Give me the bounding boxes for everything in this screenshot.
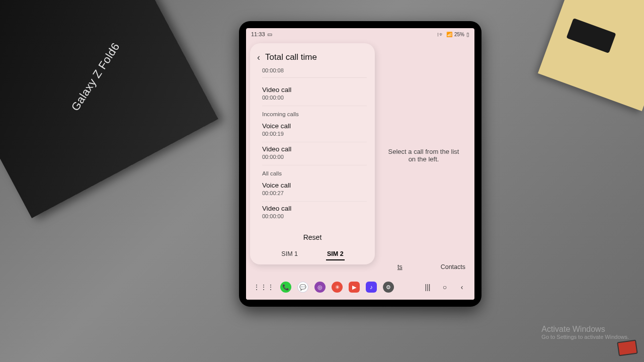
battery-icon: ▯ — [466, 32, 469, 37]
status-time: 11:33 — [251, 31, 265, 37]
last-call-duration: 00:00:08 — [262, 67, 367, 78]
item-label: Voice call — [262, 122, 367, 130]
all-voice-item[interactable]: Voice call 00:00:27 — [262, 178, 367, 202]
recents-nav-icon[interactable]: ||| — [422, 283, 433, 291]
all-video-item[interactable]: Video call 00:00:00 — [262, 202, 367, 224]
item-value: 00:00:27 — [262, 190, 367, 196]
wifi-icon: ⋮ᯤ — [437, 32, 444, 37]
status-battery: 25% — [454, 32, 464, 37]
sim-tabs: SIM 1 SIM 2 — [250, 247, 375, 264]
outgoing-video-item[interactable]: Video call 00:00:00 — [262, 83, 367, 106]
home-nav-icon[interactable]: ○ — [439, 283, 450, 291]
device-screen: 11:33 ▭ ⋮ᯤ 📶 25% ▯ Select a call from th… — [246, 28, 474, 300]
status-bar: 11:33 ▭ ⋮ᯤ 📶 25% ▯ — [246, 28, 474, 40]
section-all: All calls — [262, 165, 367, 178]
sim2-tab[interactable]: SIM 2 — [327, 250, 344, 257]
panel-scroll[interactable]: 00:00:08 Video call 00:00:00 Incoming ca… — [250, 66, 375, 226]
product-box-prop — [0, 0, 218, 218]
item-value: 00:00:00 — [262, 95, 367, 101]
phone-app-icon[interactable]: 📞 — [280, 282, 291, 293]
detail-pane: Select a call from the list on the left. — [373, 40, 474, 270]
tab-recents-peek[interactable]: ts — [397, 263, 403, 270]
life-app-icon[interactable]: ✳ — [332, 282, 343, 293]
reset-button[interactable]: Reset — [250, 226, 375, 247]
item-value: 00:00:19 — [262, 131, 367, 137]
signal-icon: 📶 — [446, 32, 452, 37]
calendar-icon: ▭ — [267, 31, 272, 38]
tab-contacts[interactable]: Contacts — [441, 263, 465, 270]
music-app-icon[interactable]: ♪ — [366, 282, 377, 293]
taskbar: ⋮⋮⋮ 📞 💬 ◎ ✳ ▶ ♪ ⚙ ||| ○ ‹ — [246, 275, 474, 300]
item-label: Video call — [262, 86, 367, 94]
call-time-panel: ‹ Total call time 00:00:08 Video call 00… — [250, 43, 375, 264]
settings-app-icon[interactable]: ⚙ — [383, 282, 394, 293]
back-icon[interactable]: ‹ — [257, 53, 260, 62]
item-label: Voice call — [262, 182, 367, 189]
panel-title: Total call time — [265, 52, 317, 62]
item-label: Video call — [262, 145, 367, 153]
apps-grid-icon[interactable]: ⋮⋮⋮ — [253, 283, 274, 291]
item-value: 00:00:00 — [262, 213, 367, 219]
tray-recorder-icon[interactable] — [617, 339, 638, 356]
item-label: Video call — [262, 205, 367, 212]
wooden-prop — [538, 0, 644, 111]
detail-placeholder: Select a call from the list on the left. — [385, 148, 462, 163]
incoming-voice-item[interactable]: Voice call 00:00:19 — [262, 119, 367, 142]
incoming-video-item[interactable]: Video call 00:00:00 — [262, 142, 367, 165]
tablet-device: 11:33 ▭ ⋮ᯤ 📶 25% ▯ Select a call from th… — [239, 21, 481, 307]
item-value: 00:00:00 — [262, 154, 367, 160]
section-incoming: Incoming calls — [262, 106, 367, 119]
video-app-icon[interactable]: ▶ — [349, 282, 360, 293]
watermark-subtitle: Go to Settings to activate Windows. — [541, 334, 629, 340]
messages-app-icon[interactable]: 💬 — [297, 282, 308, 293]
watermark-title: Activate Windows — [541, 325, 629, 334]
bixby-app-icon[interactable]: ◎ — [314, 282, 326, 293]
windows-watermark: Activate Windows Go to Settings to activ… — [541, 325, 629, 340]
app-bottom-tabs: ts Contacts — [397, 263, 465, 270]
back-nav-icon[interactable]: ‹ — [456, 283, 467, 291]
sim1-tab[interactable]: SIM 1 — [281, 250, 298, 257]
